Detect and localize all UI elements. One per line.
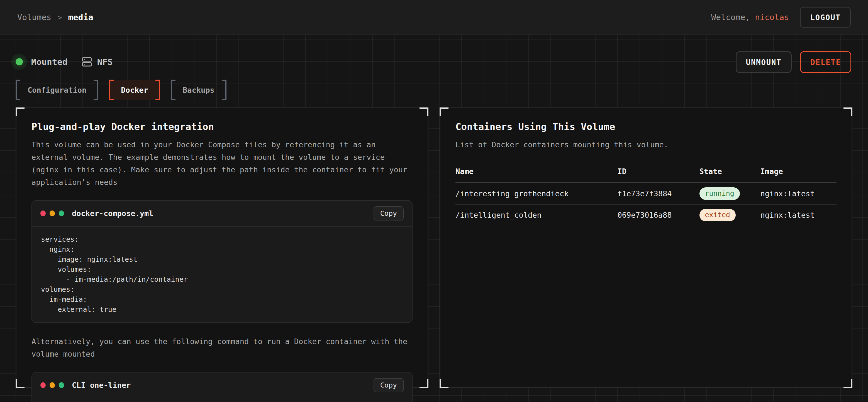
- panel-corner-icon: [440, 379, 448, 388]
- tab-bracket-right-icon: [155, 79, 160, 100]
- tab-docker[interactable]: Docker: [109, 79, 160, 100]
- compose-code: services: nginx: image: nginx:latest vol…: [32, 227, 412, 323]
- breadcrumb-separator-icon: >: [57, 13, 62, 22]
- traffic-green-icon: [59, 382, 64, 388]
- main-content: Mounted NFS UNMOUNT DELETE Configuration…: [0, 35, 868, 401]
- compose-code-card: docker-compose.yml Copy services: nginx:…: [31, 200, 412, 323]
- traffic-red-icon: [40, 210, 46, 216]
- compose-filename: docker-compose.yml: [72, 209, 154, 218]
- tab-backups[interactable]: Backups: [171, 79, 226, 100]
- containers-panel: Containers Using This Volume List of Doc…: [440, 107, 852, 388]
- panels: Plug-and-play Docker integration This vo…: [16, 107, 852, 388]
- driver-group: NFS: [82, 57, 113, 67]
- traffic-lights-icon: [40, 210, 64, 216]
- container-id: f1e73e7f3884: [617, 189, 699, 198]
- mounted-status-dot-icon: [16, 58, 23, 65]
- tab-bracket-right-icon: [94, 79, 98, 100]
- panel-corner-icon: [420, 379, 428, 388]
- logout-button[interactable]: LOGOUT: [800, 7, 851, 28]
- docker-panel-title: Plug-and-play Docker integration: [31, 121, 412, 132]
- breadcrumb: Volumes > media: [17, 12, 93, 22]
- top-bar: Volumes > media Welcome, nicolas LOGOUT: [0, 0, 868, 35]
- compose-copy-button[interactable]: Copy: [374, 206, 404, 221]
- container-image: nginx:latest: [760, 211, 837, 220]
- panel-corner-icon: [420, 107, 428, 116]
- unmount-button[interactable]: UNMOUNT: [736, 51, 792, 73]
- delete-button[interactable]: DELETE: [800, 51, 851, 73]
- panel-corner-icon: [843, 379, 852, 388]
- cli-intro-text: Alternatively, you can use the following…: [31, 335, 412, 360]
- tab-configuration[interactable]: Configuration: [16, 79, 98, 100]
- breadcrumb-volumes-link[interactable]: Volumes: [17, 12, 51, 22]
- table-row: /interesting_grothendieck f1e73e7f3884 r…: [456, 183, 837, 204]
- container-name: /interesting_grothendieck: [456, 189, 617, 198]
- driver-label: NFS: [97, 57, 113, 67]
- tab-bracket-right-icon: [222, 79, 226, 100]
- panel-corner-icon: [16, 379, 25, 388]
- cli-code-card: CLI one-liner Copy docker run -v im-medi…: [31, 372, 412, 402]
- cli-code: docker run -v im-media:/path/in/containe…: [32, 398, 412, 402]
- volume-actions: UNMOUNT DELETE: [736, 51, 851, 73]
- panel-corner-icon: [843, 107, 852, 116]
- panel-corner-icon: [440, 107, 448, 116]
- column-header-id: ID: [617, 167, 699, 176]
- tab-docker-label: Docker: [114, 79, 155, 100]
- traffic-yellow-icon: [50, 210, 55, 216]
- welcome-text: Welcome, nicolas: [711, 12, 789, 22]
- container-name: /intelligent_colden: [456, 211, 617, 220]
- traffic-yellow-icon: [50, 382, 55, 388]
- user-area: Welcome, nicolas LOGOUT: [711, 7, 851, 28]
- traffic-red-icon: [40, 382, 46, 388]
- table-header-row: Name ID State Image: [456, 167, 837, 183]
- tab-bracket-left-icon: [16, 79, 20, 100]
- container-image: nginx:latest: [760, 189, 837, 198]
- tab-backups-label: Backups: [176, 79, 222, 100]
- tab-configuration-label: Configuration: [20, 79, 94, 100]
- compose-code-card-header: docker-compose.yml Copy: [32, 201, 412, 227]
- volume-status-row: Mounted NFS: [16, 35, 852, 71]
- tab-bracket-left-icon: [109, 79, 114, 100]
- server-icon: [82, 57, 92, 67]
- mounted-status-label: Mounted: [31, 57, 68, 67]
- docker-panel-description: This volume can be used in your Docker C…: [31, 138, 412, 189]
- table-row: /intelligent_colden 069e73016a88 exited …: [456, 204, 837, 225]
- containers-panel-title: Containers Using This Volume: [456, 121, 837, 132]
- docker-integration-panel: Plug-and-play Docker integration This vo…: [16, 107, 428, 388]
- cli-copy-button[interactable]: Copy: [374, 378, 404, 392]
- tab-bar: Configuration Docker Backups: [16, 79, 852, 100]
- traffic-lights-icon: [40, 382, 64, 388]
- cli-code-card-header: CLI one-liner Copy: [32, 372, 412, 398]
- welcome-prefix: Welcome,: [711, 12, 750, 22]
- container-id: 069e73016a88: [617, 211, 699, 220]
- tab-bracket-left-icon: [171, 79, 176, 100]
- containers-panel-subtitle: List of Docker containers mounting this …: [456, 138, 837, 151]
- username: nicolas: [755, 12, 789, 22]
- column-header-name: Name: [456, 167, 617, 176]
- cli-filename: CLI one-liner: [72, 381, 131, 390]
- column-header-image: Image: [760, 167, 837, 176]
- column-header-state: State: [700, 167, 761, 176]
- status-badge: running: [700, 187, 740, 200]
- traffic-green-icon: [59, 210, 64, 216]
- breadcrumb-current-volume: media: [68, 12, 93, 22]
- containers-table: Name ID State Image /interesting_grothen…: [456, 167, 837, 225]
- status-badge: exited: [700, 209, 736, 221]
- panel-corner-icon: [16, 107, 25, 116]
